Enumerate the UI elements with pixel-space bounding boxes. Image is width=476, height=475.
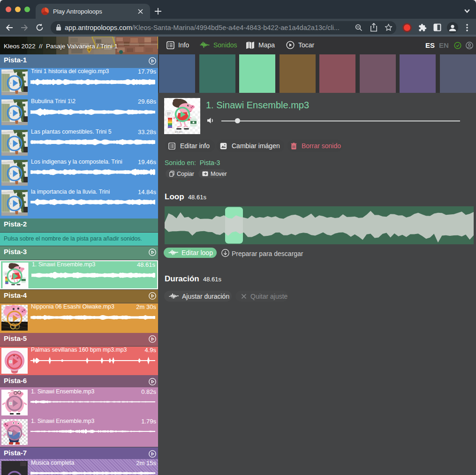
svg-text:PEPPA: PEPPA: [11, 370, 17, 373]
svg-text:atm atm: atm atm: [175, 131, 183, 133]
